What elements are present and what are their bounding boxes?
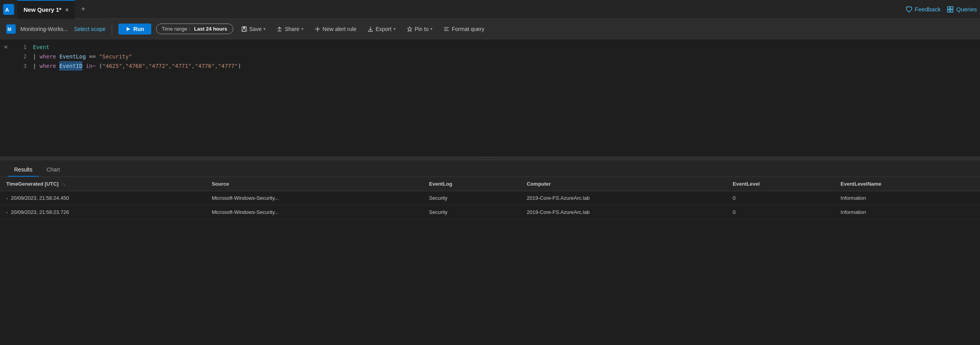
- add-tab-icon[interactable]: +: [78, 4, 89, 15]
- pin-to-label: Pin to: [415, 26, 429, 32]
- save-chevron: ▾: [263, 27, 265, 31]
- cell-eventlevelname-1: Information: [834, 191, 980, 205]
- svg-rect-3: [951, 7, 953, 9]
- pin-to-button[interactable]: Pin to ▾: [403, 24, 436, 34]
- queries-button[interactable]: Queries: [947, 6, 977, 13]
- cell-time-1: › 20/09/2023, 21:58:24.450: [0, 191, 205, 205]
- cell-computer-1: 2019-Core-FS.AzureArc.lab: [521, 191, 727, 205]
- cell-eventlog-2: Security: [423, 205, 521, 219]
- azure-logo: A: [3, 4, 14, 15]
- svg-rect-10: [243, 27, 245, 29]
- col-computer[interactable]: Computer: [521, 177, 727, 191]
- cell-eventlog-1: Security: [423, 191, 521, 205]
- table-body: › 20/09/2023, 21:58:24.450 Microsoft-Win…: [0, 191, 980, 219]
- share-chevron: ▾: [301, 27, 303, 31]
- col-eventlog[interactable]: EventLog: [423, 177, 521, 191]
- time-range-button[interactable]: Time range : Last 24 hours: [156, 24, 233, 34]
- svg-text:A: A: [5, 7, 9, 13]
- export-icon: [367, 26, 374, 32]
- results-table: TimeGenerated [UTC] ↑↓ Source EventLog C…: [0, 177, 980, 219]
- toolbar: M Monitoring-Works... Select scope Run T…: [0, 19, 980, 39]
- title-bar-right: Feedback Queries: [906, 6, 977, 13]
- code-line-1: Event: [31, 42, 980, 52]
- active-tab[interactable]: New Query 1* ×: [17, 0, 75, 19]
- svg-rect-4: [947, 10, 950, 12]
- export-button[interactable]: Export ▾: [364, 24, 398, 34]
- share-label: Share: [285, 26, 299, 32]
- tab-label: New Query 1*: [24, 6, 62, 13]
- line-numbers: 1 2 3: [12, 39, 31, 157]
- share-button[interactable]: Share ▾: [273, 24, 306, 34]
- pin-to-chevron: ▾: [430, 27, 432, 31]
- table-row: › 20/09/2023, 21:58:24.450 Microsoft-Win…: [0, 191, 980, 205]
- expand-row-1[interactable]: ›: [6, 196, 8, 201]
- feedback-button[interactable]: Feedback: [906, 6, 941, 13]
- time-range-value: Last 24 hours: [194, 26, 227, 32]
- new-alert-rule-button[interactable]: New alert rule: [311, 24, 359, 34]
- editor-area: « 1 2 3 Event | where EventLog == "Secur…: [0, 39, 980, 157]
- format-icon: [443, 26, 450, 32]
- line-number-3: 3: [12, 61, 27, 71]
- plus-icon: [314, 26, 321, 32]
- title-bar: A New Query 1* × + Feedback Queries: [0, 0, 980, 19]
- workspace-label: Monitoring-Works...: [20, 26, 68, 32]
- tab-chart[interactable]: Chart: [40, 163, 66, 177]
- select-scope-button[interactable]: Select scope: [74, 26, 105, 32]
- svg-rect-5: [951, 10, 953, 12]
- line-number-2: 2: [12, 52, 27, 61]
- toolbar-divider-1: [112, 24, 112, 35]
- code-line-2: | where EventLog == "Security": [31, 52, 980, 61]
- tab-chart-label: Chart: [47, 166, 60, 173]
- play-icon: [125, 26, 131, 32]
- cell-source-2: Microsoft-Windows-Security...: [205, 205, 423, 219]
- cell-eventlevel-2: 0: [726, 205, 834, 219]
- heart-icon: [906, 6, 913, 13]
- cell-computer-2: 2019-Core-FS.AzureArc.lab: [521, 205, 727, 219]
- feedback-label: Feedback: [915, 6, 941, 13]
- format-query-button[interactable]: Format query: [440, 24, 487, 34]
- code-line-3: | where EventID in~ ("4625","4768","4772…: [31, 61, 980, 71]
- collapse-icon: «: [4, 43, 8, 50]
- svg-text:M: M: [7, 27, 11, 32]
- keyword-event: Event: [33, 42, 49, 52]
- pin-icon: [407, 26, 413, 32]
- drag-handle[interactable]: ...: [0, 157, 980, 160]
- col-eventlevel[interactable]: EventLevel: [726, 177, 834, 191]
- line-number-1: 1: [12, 42, 27, 52]
- results-tabs: Results Chart: [0, 160, 980, 177]
- col-source[interactable]: Source: [205, 177, 423, 191]
- time-range-label: Time range :: [162, 26, 191, 32]
- export-chevron: ▾: [394, 27, 396, 31]
- azure-monitor-logo: M: [6, 24, 16, 34]
- tab-results-label: Results: [14, 166, 33, 173]
- results-area: Results Chart TimeGenerated [UTC] ↑↓ Sou…: [0, 160, 980, 219]
- expand-row-2[interactable]: ›: [6, 210, 8, 215]
- cell-time-2: › 20/09/2023, 21:58:23.726: [0, 205, 205, 219]
- queries-label: Queries: [956, 6, 977, 13]
- col-time-generated[interactable]: TimeGenerated [UTC] ↑↓: [0, 177, 205, 191]
- data-table: TimeGenerated [UTC] ↑↓ Source EventLog C…: [0, 177, 980, 219]
- col-eventlevelname[interactable]: EventLevelName: [834, 177, 980, 191]
- save-button[interactable]: Save ▾: [238, 24, 269, 34]
- svg-rect-11: [243, 29, 246, 31]
- svg-marker-8: [127, 27, 130, 31]
- cell-source-1: Microsoft-Windows-Security...: [205, 191, 423, 205]
- svg-rect-2: [947, 7, 950, 9]
- tab-results[interactable]: Results: [8, 163, 39, 177]
- code-editor[interactable]: Event | where EventLog == "Security" | w…: [31, 39, 980, 157]
- queries-icon: [947, 6, 954, 13]
- table-header: TimeGenerated [UTC] ↑↓ Source EventLog C…: [0, 177, 980, 191]
- table-row: › 20/09/2023, 21:58:23.726 Microsoft-Win…: [0, 205, 980, 219]
- cell-eventlevelname-2: Information: [834, 205, 980, 219]
- export-label: Export: [376, 26, 391, 32]
- tab-close-icon[interactable]: ×: [65, 7, 69, 13]
- share-icon: [276, 26, 283, 32]
- run-label: Run: [133, 26, 144, 32]
- format-query-label: Format query: [452, 26, 484, 32]
- new-alert-rule-label: New alert rule: [323, 26, 356, 32]
- cell-eventlevel-1: 0: [726, 191, 834, 205]
- sort-icon-time: ↑↓: [62, 182, 66, 186]
- collapse-button[interactable]: «: [0, 39, 12, 157]
- run-button[interactable]: Run: [118, 24, 151, 35]
- save-label: Save: [249, 26, 262, 32]
